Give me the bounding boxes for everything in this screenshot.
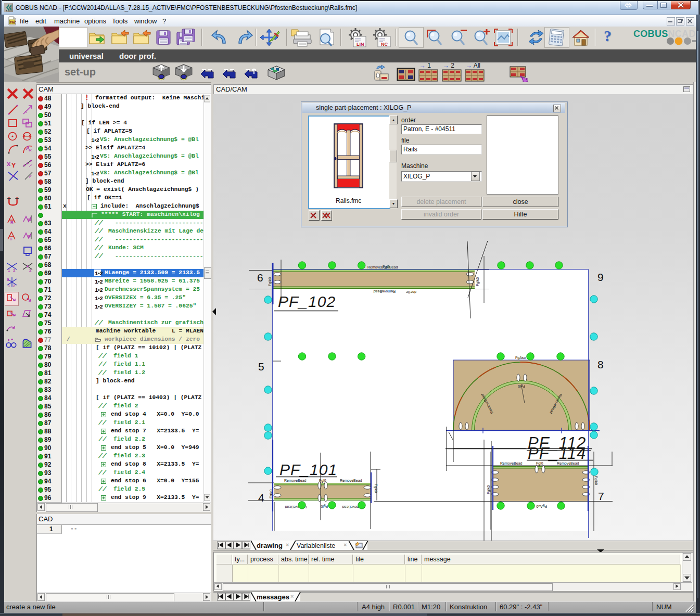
svg-text:2: 2 xyxy=(96,171,99,176)
svg-text:LIN: LIN xyxy=(357,42,364,47)
svg-text:1: 1 xyxy=(95,296,98,301)
svg-text:7: 7 xyxy=(598,490,604,502)
svg-text:Fgl0: Fgl0 xyxy=(321,504,328,508)
svg-text:RemoveBead: RemoveBead xyxy=(340,479,362,482)
svg-text:RemoveBead: RemoveBead xyxy=(557,461,579,465)
svg-text:R: R xyxy=(28,217,31,222)
svg-text:2: 2 xyxy=(100,304,103,310)
svg-text:RemoveBead: RemoveBead xyxy=(373,290,396,293)
svg-text:R: R xyxy=(10,220,14,225)
svg-text:2: 2 xyxy=(13,268,16,272)
svg-text:RemoveBead: RemoveBead xyxy=(284,479,307,482)
svg-text:1: 1 xyxy=(8,268,10,272)
svg-text:PF_101: PF_101 xyxy=(279,461,337,478)
svg-text:1: 1 xyxy=(91,154,95,160)
svg-text:NC: NC xyxy=(381,42,388,47)
svg-text:2: 2 xyxy=(100,287,103,293)
svg-text:1: 1 xyxy=(8,284,10,288)
svg-text:F: F xyxy=(10,237,13,241)
svg-text:1: 1 xyxy=(95,271,98,276)
svg-text:x: x xyxy=(7,160,11,168)
svg-text:Fgl0: Fgl0 xyxy=(536,461,543,466)
svg-text:2: 2 xyxy=(96,154,99,160)
svg-text:Y: Y xyxy=(11,161,16,169)
svg-text:2: 2 xyxy=(96,137,99,143)
svg-text:1: 1 xyxy=(91,171,95,176)
svg-text:F: F xyxy=(28,234,31,239)
svg-text:Fgl0: Fgl0 xyxy=(319,479,326,483)
svg-text:2: 2 xyxy=(100,271,103,276)
svg-text:FMC: FMC xyxy=(10,21,16,24)
svg-text:Fglk0: Fglk0 xyxy=(594,476,598,485)
svg-text:4: 4 xyxy=(258,492,264,504)
svg-text:daeBe: daeBe xyxy=(406,290,416,294)
svg-text:3: 3 xyxy=(7,277,9,282)
svg-text:2: 2 xyxy=(100,279,103,285)
svg-text:2: 2 xyxy=(29,268,32,272)
svg-text:Fglk0: Fglk0 xyxy=(268,277,272,286)
svg-text:R: R xyxy=(29,148,32,152)
svg-text:Fgl0: Fgl0 xyxy=(383,265,390,269)
svg-text:Fglk0: Fglk0 xyxy=(476,277,480,286)
svg-text:1: 1 xyxy=(95,279,98,285)
svg-text:1: 1 xyxy=(95,287,98,293)
svg-text:Fglk0: Fglk0 xyxy=(374,484,378,493)
svg-text:PF_102: PF_102 xyxy=(278,293,336,310)
svg-text:Bead: Bead xyxy=(389,265,398,269)
svg-text:1: 1 xyxy=(91,137,95,143)
svg-text:6: 6 xyxy=(257,272,263,284)
svg-text:2: 2 xyxy=(13,284,16,288)
svg-text:5: 5 xyxy=(258,361,264,373)
svg-text:RemoveBead: RemoveBead xyxy=(500,461,523,465)
svg-text:Fgl0: Fgl0 xyxy=(518,384,525,388)
svg-text:2: 2 xyxy=(100,296,103,301)
svg-text:8: 8 xyxy=(597,358,604,370)
svg-text:FgAu0: FgAu0 xyxy=(536,504,547,508)
svg-text:Fglk0: Fglk0 xyxy=(487,485,491,494)
svg-text:FgAso: FgAso xyxy=(515,356,526,360)
svg-text:1: 1 xyxy=(95,304,98,310)
svg-text:9: 9 xyxy=(597,271,604,283)
